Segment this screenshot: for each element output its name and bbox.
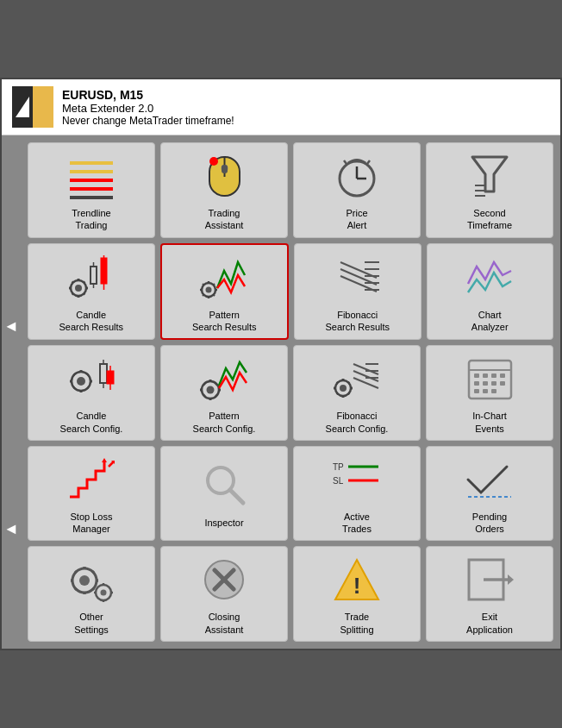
svg-line-30 <box>84 282 85 284</box>
cell-inspector[interactable]: Inspector <box>160 446 288 542</box>
cell-trade-splitting[interactable]: ! TradeSplitting <box>293 546 421 642</box>
warning-icon: ! <box>331 554 383 606</box>
header-pair: EURUSD, M15 <box>62 88 234 102</box>
cell-in-chart-events-label: In-ChartEvents <box>472 410 507 435</box>
cell-pending-orders-label: PendingOrders <box>472 511 507 536</box>
svg-point-39 <box>206 287 212 293</box>
cell-candle-search-config[interactable]: CandleSearch Config. <box>28 345 155 441</box>
header-logo <box>12 86 53 128</box>
cell-stop-loss-label: Stop LossManager <box>71 511 113 536</box>
svg-line-28 <box>72 282 73 284</box>
fibonacci-search-icon <box>332 252 384 304</box>
svg-line-44 <box>203 284 204 286</box>
app-window: EURUSD, M15 Meta Extender 2.0 Never chan… <box>0 78 562 650</box>
cell-chart-analyzer-label: ChartAnalyzer <box>471 309 509 334</box>
chart-analyzer-icon <box>464 252 515 304</box>
svg-line-81 <box>204 395 206 397</box>
left-arrow-bottom[interactable]: ◄ <box>2 482 21 577</box>
cell-active-trades[interactable]: TP SL ActiveTrades <box>293 446 421 542</box>
pattern-config-icon <box>198 353 250 405</box>
svg-line-128 <box>92 588 94 590</box>
svg-line-29 <box>84 293 85 295</box>
svg-line-63 <box>87 387 89 389</box>
svg-text:TP: TP <box>333 462 344 472</box>
svg-line-64 <box>87 373 89 375</box>
svg-line-90 <box>348 382 350 384</box>
svg-rect-32 <box>91 267 97 284</box>
grid-row-4: Stop LossManager Inspector <box>28 446 553 542</box>
main-area: ◄ ◄ <box>2 135 560 649</box>
svg-rect-104 <box>474 381 479 386</box>
svg-line-16 <box>344 160 347 164</box>
pending-orders-icon <box>464 454 515 505</box>
svg-rect-11 <box>222 165 228 173</box>
header-text: EURUSD, M15 Meta Extender 2.0 Never chan… <box>62 88 234 127</box>
svg-rect-101 <box>483 373 488 378</box>
calendar-icon <box>464 353 515 405</box>
cell-in-chart-events[interactable]: In-ChartEvents <box>426 345 553 441</box>
cell-pattern-config-label: PatternSearch Config. <box>193 410 256 435</box>
header-product: Meta Extender 2.0 <box>62 102 234 115</box>
cell-trading-assistant[interactable]: TradingAssistant <box>160 142 288 238</box>
cell-candle-search-results[interactable]: CandleSearch Results <box>28 243 155 341</box>
mouse-icon <box>198 150 250 202</box>
cell-stop-loss-manager[interactable]: Stop LossManager <box>28 446 155 542</box>
svg-marker-144 <box>508 574 514 585</box>
svg-point-73 <box>207 386 215 393</box>
header: EURUSD, M15 Meta Extender 2.0 Never chan… <box>2 79 560 135</box>
svg-line-89 <box>348 392 350 394</box>
svg-line-79 <box>215 395 217 397</box>
inspector-icon <box>198 460 250 511</box>
stop-loss-icon <box>66 454 117 505</box>
grid-row-1: TrendlineTrading Tr <box>28 142 553 238</box>
svg-line-91 <box>337 392 339 394</box>
cell-fibonacci-search-results[interactable]: FibonacciSearch Results <box>294 243 422 341</box>
cell-fibonacci-config-label: FibonacciSearch Config. <box>326 410 389 435</box>
grid-row-2: CandleSearch Results <box>28 243 553 341</box>
svg-point-57 <box>77 377 85 386</box>
svg-line-17 <box>367 160 370 164</box>
cell-second-timeframe[interactable]: SecondTimeframe <box>426 142 553 238</box>
cell-other-settings[interactable]: OtherSettings <box>28 546 155 642</box>
svg-point-83 <box>340 385 347 392</box>
settings-icon <box>66 554 117 606</box>
svg-line-130 <box>75 588 77 590</box>
cell-chart-analyzer[interactable]: ChartAnalyzer <box>427 243 554 341</box>
cell-pending-orders[interactable]: PendingOrders <box>426 446 553 542</box>
svg-line-46 <box>214 284 215 286</box>
svg-marker-111 <box>102 458 107 462</box>
cell-exit-application[interactable]: ExitApplication <box>426 546 553 642</box>
svg-point-122 <box>79 575 90 586</box>
cell-active-trades-label: ActiveTrades <box>342 511 372 536</box>
cell-fibonacci-search-config[interactable]: FibonacciSearch Config. <box>293 345 421 441</box>
svg-line-88 <box>337 382 339 384</box>
grid-container: TrendlineTrading Tr <box>21 135 560 649</box>
cell-price-alert[interactable]: PriceAlert <box>293 142 421 238</box>
cell-second-timeframe-label: SecondTimeframe <box>467 207 512 232</box>
exit-icon <box>464 554 515 606</box>
cell-trading-assistant-label: TradingAssistant <box>205 207 244 232</box>
left-arrow-top[interactable]: ◄ <box>2 279 21 374</box>
cell-pattern-search-results-label: PatternSearch Results <box>192 309 257 334</box>
svg-point-132 <box>101 589 107 595</box>
svg-rect-107 <box>500 381 505 386</box>
svg-rect-100 <box>474 373 479 378</box>
svg-line-31 <box>72 293 73 295</box>
svg-line-45 <box>214 295 215 297</box>
pattern-search-icon <box>198 252 250 304</box>
svg-line-47 <box>203 295 204 297</box>
cell-trendline-trading[interactable]: TrendlineTrading <box>28 142 155 238</box>
svg-point-23 <box>75 285 82 292</box>
cell-closing-assistant[interactable]: ClosingAssistant <box>160 546 288 642</box>
svg-rect-108 <box>474 389 479 393</box>
svg-rect-102 <box>491 373 496 378</box>
cell-inspector-label: Inspector <box>204 517 243 529</box>
svg-line-80 <box>215 383 217 385</box>
svg-rect-105 <box>483 381 488 386</box>
grid-row-3: CandleSearch Config. <box>28 345 553 441</box>
cell-other-settings-label: OtherSettings <box>74 611 109 636</box>
cell-pattern-search-results[interactable]: PatternSearch Results <box>160 243 290 341</box>
trendline-icon <box>66 150 117 202</box>
cell-trendline-label: TrendlineTrading <box>72 207 110 232</box>
cell-pattern-search-config[interactable]: PatternSearch Config. <box>160 345 288 441</box>
